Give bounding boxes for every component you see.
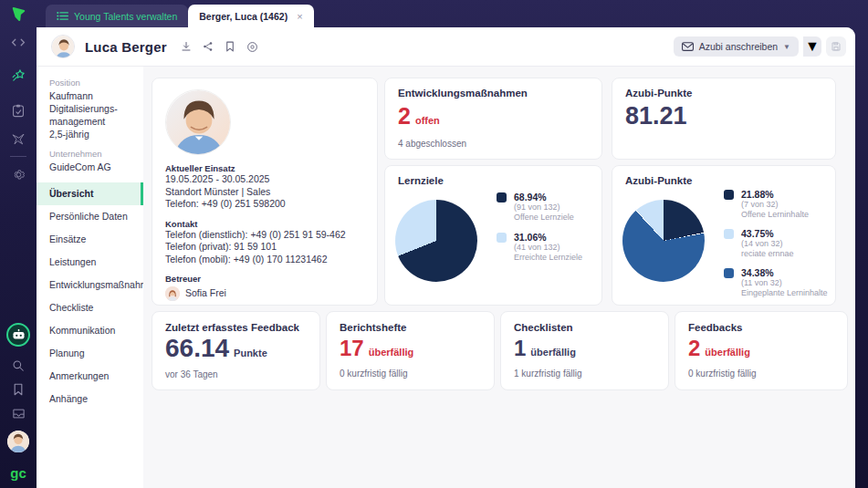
tab-young-talents[interactable]: Young Talents verwalten	[46, 5, 188, 27]
chart-title: Azubi-Punkte	[625, 175, 822, 186]
last-feedback-card: Zuletzt erfasstes Feedback 66.14Punkte v…	[152, 311, 320, 390]
user-avatar[interactable]	[7, 431, 29, 452]
chevron-down-icon: ▼	[783, 43, 790, 51]
bird-icon[interactable]	[0, 127, 37, 151]
azubi-points-card: Azubi-Punkte 81.21	[612, 78, 836, 160]
contact-label: Kontakt	[165, 219, 364, 229]
share-icon[interactable]	[202, 40, 215, 54]
reports-card: Berichtshefte 17überfällig 0 kurzfristig…	[326, 311, 495, 390]
young-talents-icon[interactable]	[0, 63, 37, 87]
checklists-card: Checklisten 1überfällig 1 kurzfristig fä…	[500, 311, 669, 390]
tab-label: Berger, Luca (1462)	[199, 11, 288, 22]
sidebar-item-uebersicht[interactable]: Übersicht	[37, 182, 143, 205]
download-icon[interactable]	[180, 40, 193, 54]
sidebar-item-kommunikation[interactable]: Kommunikation	[37, 319, 143, 342]
sidebar-item-entwicklungsmassnahmen[interactable]: Entwicklungsmaßnahmen	[37, 274, 143, 296]
azubi-punkte-chart-card: Azubi-Punkte 21.88% (7 von 32) Offene Le…	[612, 165, 836, 306]
checklists-value: 1überfällig	[514, 336, 655, 365]
position-value: Kaufmann Digitalisierungs- management 2,…	[49, 89, 134, 140]
close-icon[interactable]: ×	[297, 11, 302, 22]
supervisor-avatar	[165, 286, 180, 301]
tab-label: Young Talents verwalten	[74, 11, 177, 22]
azubi-anschreiben-button[interactable]: Azubi anschreiben ▼	[674, 36, 799, 57]
lernziele-legend: 68.94% (91 von 132) Offene Lernziele 31.…	[497, 192, 582, 263]
sidebar-item-anmerkungen[interactable]: Anmerkungen	[37, 365, 143, 388]
reports-sub: 0 kurzfristig fällig	[340, 369, 481, 379]
content-window: Luca Berger Azubi anschreiben ▼	[37, 27, 855, 488]
inbox-icon[interactable]	[0, 401, 37, 425]
legend-swatch	[724, 229, 734, 239]
assignment-label: Aktueller Einsatz	[165, 163, 364, 173]
supervisor-name: Sofia Frei	[185, 287, 226, 300]
sidebar-item-checkliste[interactable]: Checkliste	[37, 296, 143, 319]
gc-logo: gc	[10, 465, 26, 481]
feedbacks-sub: 0 kurzfristig fällig	[688, 369, 834, 379]
card-title: Checklisten	[514, 322, 655, 333]
development-sub: 4 abgeschlossen	[398, 139, 589, 149]
bookmark-icon[interactable]	[0, 378, 37, 401]
sidebar-item-einsaetze[interactable]: Einsätze	[37, 228, 143, 251]
assistant-robot-avatar[interactable]	[6, 323, 30, 347]
company-value: GuideCom AG	[49, 161, 134, 173]
assignment-period: 19.05.2025 - 30.05.2025	[165, 173, 364, 186]
legend-swatch	[497, 192, 507, 202]
main-content: Aktueller Einsatz 19.05.2025 - 30.05.202…	[143, 67, 855, 488]
supervisor[interactable]: Sofia Frei	[165, 286, 364, 301]
gear-icon[interactable]	[0, 162, 37, 186]
development-card: Entwicklungsmaßnahmen 2offen 4 abgeschlo…	[384, 78, 602, 160]
feedbacks-card: Feedbacks 2überfällig 0 kurzfristig fäll…	[675, 311, 848, 390]
azubi-points-value: 81.21	[625, 102, 822, 130]
legend-swatch	[724, 190, 734, 200]
sidebar-item-persoenliche-daten[interactable]: Persönliche Daten	[37, 205, 143, 228]
tab-berger-luca[interactable]: Berger, Luca (1462) ×	[188, 5, 313, 27]
app-logo-icon	[11, 6, 26, 22]
assignment-phone: Telefon: +49 (0) 251 598200	[165, 198, 364, 211]
legend-swatch	[497, 233, 507, 243]
list-icon	[57, 11, 68, 21]
chevron-down-icon: ▼	[805, 38, 820, 55]
sidebar-item-planung[interactable]: Planung	[37, 342, 143, 365]
sidebar-item-anhaenge[interactable]: Anhänge	[37, 388, 143, 410]
sidebar-item-leistungen[interactable]: Leistungen	[37, 251, 143, 274]
checklists-sub: 1 kurzfristig fällig	[514, 369, 655, 379]
bookmark-icon[interactable]	[224, 40, 237, 54]
rail-divider	[10, 156, 26, 157]
legend-item: 43.75% (14 von 32) reciate ernnae	[724, 228, 828, 259]
reports-value: 17überfällig	[340, 336, 481, 365]
record-header: Luca Berger Azubi anschreiben ▼	[37, 27, 855, 67]
card-title: Feedbacks	[688, 322, 834, 333]
position-label: Position	[49, 78, 134, 88]
search-icon[interactable]	[0, 354, 37, 378]
card-title: Berichtshefte	[340, 322, 481, 333]
supervisor-label: Betreuer	[165, 274, 364, 284]
mail-icon	[682, 42, 694, 51]
azubi-punkte-legend: 21.88% (7 von 32) Offene Lerninhalte 43.…	[724, 189, 828, 298]
collapse-chevrons-icon[interactable]	[0, 30, 37, 54]
phone-mobile: Telefon (mobil): +49 (0) 170 11231462	[165, 254, 364, 266]
circle-badge-icon[interactable]	[246, 40, 259, 54]
legend-item: 31.06% (41 von 132) Erreichte Lernziele	[497, 232, 582, 263]
card-title: Zuletzt erfasstes Feedback	[165, 322, 307, 333]
sidebar: Position Kaufmann Digitalisierungs- mana…	[37, 67, 143, 488]
clipboard-icon[interactable]	[0, 99, 37, 122]
legend-item: 68.94% (91 von 132) Offene Lernziele	[497, 192, 582, 223]
card-title: Azubi-Punkte	[625, 88, 822, 99]
legend-swatch	[724, 268, 734, 278]
berufsschule-dropdown-button[interactable]: ▼	[803, 36, 821, 57]
save-button[interactable]	[826, 36, 846, 57]
phone-work: Telefon (dienstlich): +49 (0) 251 91 59-…	[165, 229, 364, 242]
feedback-value: 66.14Punkte	[165, 336, 307, 366]
chart-title: Lernziele	[398, 175, 589, 186]
header-avatar	[51, 35, 75, 58]
company-label: Unternehmen	[49, 149, 134, 159]
tab-bar: Young Talents verwalten Berger, Luca (14…	[37, 0, 868, 27]
lernziele-chart-card: Lernziele 68.94% (91 von 132) Offene Ler…	[384, 165, 602, 306]
azubi-punkte-pie-chart	[622, 200, 705, 282]
phone-private: Telefon (privat): 91 59 101	[165, 241, 364, 254]
development-value: 2offen	[398, 102, 589, 134]
lernziele-pie-chart	[395, 200, 477, 282]
save-icon	[831, 41, 842, 52]
button-label: Azubi anschreiben	[699, 41, 778, 52]
sidebar-nav: Übersicht Persönliche Daten Einsätze Lei…	[37, 182, 143, 410]
assignment-location: Standort Münster | Sales	[165, 186, 364, 199]
